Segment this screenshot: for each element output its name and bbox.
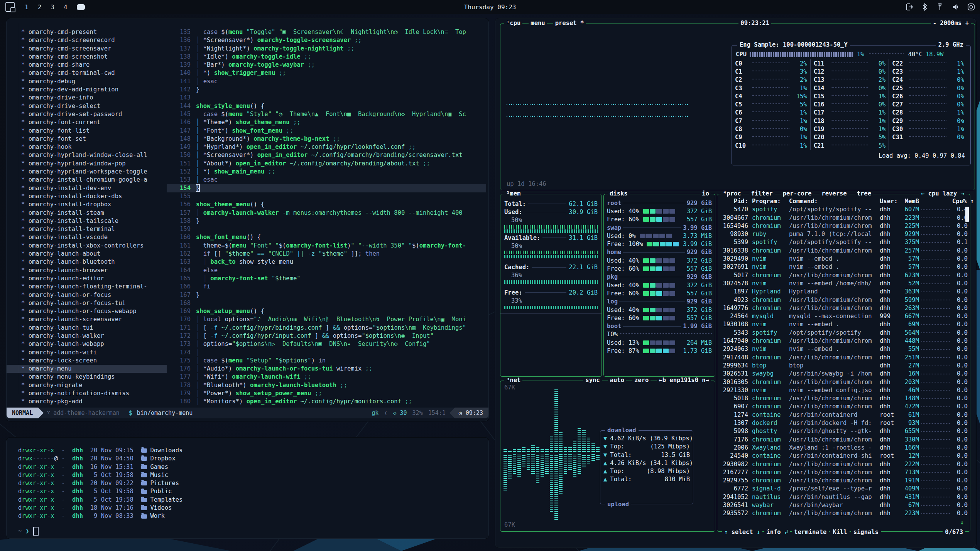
file-row[interactable]: * omarchy-install-steam <box>7 209 167 217</box>
proc-row[interactable]: 6772signal-d/proc/self/exe --type=rdhh40… <box>720 485 968 493</box>
workspace-3[interactable]: 3 <box>51 3 54 11</box>
file-row[interactable]: * omarchy-launch-about <box>7 250 167 258</box>
code-line[interactable]: 180│ *Monitors*) open_in_editor ~/.confi… <box>167 398 486 406</box>
proc-row[interactable]: 24540containe/usr/bin/containerd-shiroot… <box>720 452 968 460</box>
code-line[interactable]: 165 │ omarchy-font-set "$theme" <box>167 275 486 283</box>
code-line[interactable]: 162 if [[ "$theme" == "CNCLD" || -z "$th… <box>167 250 486 258</box>
file-row[interactable]: * omarchy-font-list <box>7 127 167 135</box>
proc-row[interactable]: 4923chromium/usr/lib/chromium/chromdhh59… <box>720 296 968 304</box>
apps-icon[interactable] <box>5 2 15 12</box>
proc-row[interactable]: 5018chromium/usr/lib/chromium/chromdhh14… <box>720 394 968 403</box>
file-row[interactable]: * omarchy-hyprland-window-pop <box>7 160 167 168</box>
code-line[interactable]: 172│ [ -f ~/.config/hypr/input.conf ] &&… <box>167 332 486 340</box>
bluetooth-icon[interactable] <box>922 3 928 11</box>
proc-action-terminate[interactable]: terminate <box>792 529 829 536</box>
disks-box-title[interactable]: disks <box>608 190 630 197</box>
proc-row[interactable]: 5017chromium/usr/lib/chromium/chromdhh62… <box>720 271 968 280</box>
proc-action-info[interactable]: info ↲ <box>764 529 790 536</box>
proc-action-Kill[interactable]: Kill <box>830 529 849 536</box>
code-line[interactable]: 156show_theme_menu() { <box>167 201 486 209</box>
proc-row[interactable]: 5998ghostty/usr/bin/ghostty --gtk-dhh655… <box>720 427 968 435</box>
file-row[interactable]: * omarchy-launch-or-focus-webapp <box>7 307 167 315</box>
network-icon[interactable] <box>936 3 944 10</box>
file-row[interactable]: * omarchy-font-set <box>7 135 167 143</box>
proc-row[interactable]: 5399spotify/opt/spotify/spotify --dhh375… <box>720 238 968 246</box>
file-row[interactable]: * omarchy-cmd-terminal-cwd <box>7 69 167 77</box>
code-line[interactable]: 161 theme=$(menu "Font" "$(omarchy-font-… <box>167 242 486 250</box>
proc-row[interactable]: 1930108nvimnvim --embed .dhh69M0.0 <box>720 320 968 329</box>
workspace-2[interactable]: 2 <box>38 3 42 11</box>
code-line[interactable]: 140│ *) show_trigger_menu ;; <box>167 69 486 77</box>
update-rate[interactable]: - 2000ms + <box>931 20 971 27</box>
scroll-down-icon[interactable]: ↓ <box>960 519 964 526</box>
net-control-sync[interactable]: sync <box>583 377 602 384</box>
proc-row[interactable]: 2921330nvimnvim --embed config.jsodhh46M… <box>720 386 968 394</box>
workspace-1[interactable]: 1 <box>25 3 29 11</box>
code-line[interactable]: 148│ *Background*) omarchy-theme-bg-next… <box>167 135 486 143</box>
proc-control-filter[interactable]: filter <box>749 190 775 197</box>
io-toggle[interactable]: io <box>700 190 711 197</box>
proc-row[interactable]: 3024578nvimnvim --embed /home/dhh/dhh52M… <box>720 280 968 288</box>
terminal-output[interactable]: drwxr-xr-x - dhh 20 Nov 09:15 Downloadsd… <box>7 438 488 536</box>
file-row[interactable]: * omarchy-launch-editor <box>7 275 167 283</box>
file-row[interactable]: * omarchy-pkg-add <box>7 398 167 406</box>
file-row[interactable]: * omarchy-cmd-screenshot <box>7 53 167 61</box>
proc-row[interactable]: 2935572chromium/usr/lib/chromium/chromdh… <box>720 509 968 517</box>
code-line[interactable]: 175│ case $(menu "Setup" "$options") in <box>167 357 486 365</box>
proc-row[interactable]: 1654946chromium/usr/lib/chromium/chromdh… <box>720 222 968 230</box>
code-pane[interactable]: 135 case $(menu "Toggle" "▣ Screensaver\… <box>167 28 486 408</box>
net-control-benp191s0n[interactable]: ←b enp191s0 n→ <box>657 377 711 384</box>
file-row[interactable]: * omarchy-font-current <box>7 118 167 126</box>
code-line[interactable]: 151│ *About*) open_in_editor ~/.config/o… <box>167 160 486 168</box>
code-line[interactable]: 150│ *Screensaver*) open_in_editor ~/.co… <box>167 151 486 159</box>
code-line[interactable]: 176│ *Audio*) omarchy-launch-or-focus-tu… <box>167 365 486 373</box>
proc-row[interactable]: 1307dockerd/usr/bin/dockerd -H fd:root93… <box>720 419 968 427</box>
file-row[interactable]: * omarchy-cmd-share <box>7 61 167 69</box>
file-row[interactable]: * omarchy-install-dropbox <box>7 201 167 209</box>
file-row[interactable]: * omarchy-install-terminal <box>7 225 167 233</box>
file-row[interactable]: * omarchy-cmd-screenrecord <box>7 36 167 44</box>
mem-box-title[interactable]: ²mem <box>504 190 522 197</box>
proc-row[interactable]: 3027691nvimnvim --embed .dhh57M0.0 <box>720 263 968 271</box>
proc-row[interactable]: 3029490nvimnvim --embed .dhh57M0.0 <box>720 255 968 263</box>
file-row[interactable]: * omarchy-launch-webapp <box>7 340 167 348</box>
file-row[interactable]: * omarchy-launch-screensaver <box>7 315 167 324</box>
workspace-active-indicator[interactable] <box>77 4 85 10</box>
code-line[interactable]: 146│ *Theme*) show_theme_menu ;; <box>167 118 486 126</box>
code-line[interactable]: 158} <box>167 217 486 225</box>
code-line[interactable]: 155 <box>167 192 486 201</box>
proc-control-per-core[interactable]: per-core <box>781 190 814 197</box>
file-row[interactable]: * omarchy-hyprland-window-close-all <box>7 151 167 159</box>
proc-control-tree[interactable]: tree <box>855 190 873 197</box>
proc-row[interactable]: 2924063nvimnvim --embed .dhh55M0.0 <box>720 345 968 353</box>
proc-sort[interactable]: cpu lazy <box>928 190 957 197</box>
proc-row[interactable]: 5343spotify/opt/spotify/spotifydhh564M0.… <box>720 329 968 337</box>
workspace-4[interactable]: 4 <box>64 3 68 11</box>
proc-row[interactable]: 2941052nautilus/usr/bin/nautilus --gapdh… <box>720 493 968 501</box>
shell-prompt[interactable]: ~❯ <box>18 527 488 536</box>
proc-row[interactable]: 3026531swaybg/usr/bin/swaybg -i /homdhh1… <box>720 370 968 378</box>
code-line[interactable]: 136│ *Screensaver*) omarchy-toggle-scree… <box>167 36 486 44</box>
code-line[interactable]: 149│ *Hyprland*) open_in_editor ~/.confi… <box>167 143 486 151</box>
logout-icon[interactable] <box>906 3 914 10</box>
settings-icon[interactable] <box>968 3 975 10</box>
file-row[interactable]: * omarchy-cmd-screensaver <box>7 45 167 53</box>
code-line[interactable]: 163 │ back_to show_style_menu <box>167 258 486 266</box>
proc-row[interactable]: 2167277chromium/usr/lib/chromium/chromdh… <box>720 468 968 477</box>
file-row[interactable]: * omarchy-drive-info <box>7 94 167 102</box>
menu-button[interactable]: menu <box>529 20 547 27</box>
code-line[interactable]: 144show_style_menu() { <box>167 102 486 110</box>
code-line[interactable]: 138│ *Idle*) omarchy-toggle-idle ;; <box>167 53 486 61</box>
file-row[interactable]: * omarchy-launch-or-focus-tui <box>7 299 167 307</box>
file-row[interactable]: * omarchy-install-chromium-google-a <box>7 176 167 184</box>
file-row[interactable]: * omarchy-debug <box>7 78 167 86</box>
code-line[interactable]: 142} <box>167 86 486 94</box>
net-control-auto[interactable]: auto <box>608 377 626 384</box>
file-row[interactable]: * omarchy-launch-floating-terminal- <box>7 283 167 291</box>
code-line[interactable]: 139│ *Bar*) omarchy-toggle-waybar ;; <box>167 61 486 69</box>
code-line[interactable]: 168 <box>167 299 486 307</box>
proc-row[interactable]: 2999634btopbtopdhh27M0.0 <box>720 362 968 370</box>
proc-row[interactable]: 1274containe/usr/bin/containerdroot61M0.… <box>720 411 968 419</box>
code-line[interactable]: 179│ *Power*) show_setup_power_menu ;; <box>167 389 486 398</box>
file-row[interactable]: * omarchy-launch-or-focus <box>7 291 167 299</box>
